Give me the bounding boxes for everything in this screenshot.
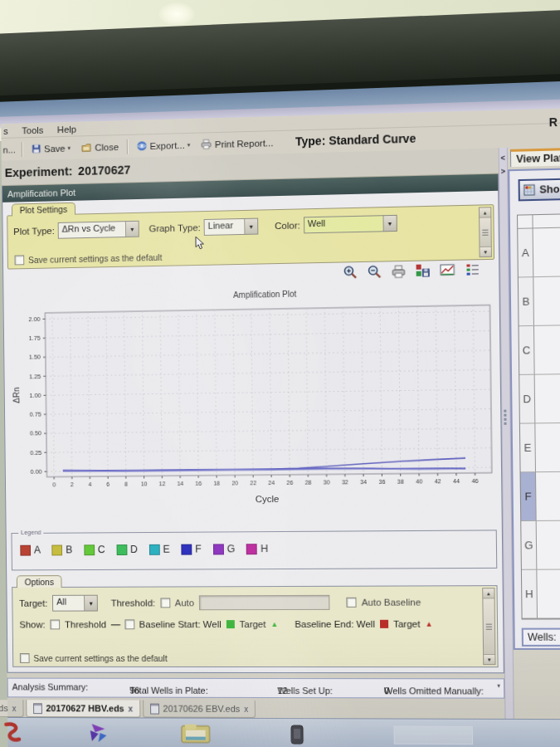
chart-settings-icon[interactable] bbox=[440, 263, 455, 279]
plate-layout-panel: View Plat Sho 1 ABCDEFGH Wells: bbox=[508, 146, 560, 719]
plate-well-cell[interactable] bbox=[533, 276, 560, 325]
collapse-left-arrow[interactable]: < bbox=[499, 154, 507, 162]
svg-text:1.50: 1.50 bbox=[29, 354, 41, 361]
legend-label: D bbox=[130, 544, 138, 555]
scroll-up-icon[interactable]: ▲ bbox=[480, 208, 490, 217]
show-threshold-checkbox[interactable] bbox=[50, 619, 60, 629]
summary-expand-icon[interactable]: ▾ bbox=[497, 682, 500, 689]
document-tab-2[interactable]: 20170626 EBV.edsx bbox=[143, 701, 256, 718]
legend-list-icon[interactable] bbox=[465, 262, 480, 278]
export-dropdown-caret[interactable]: ▾ bbox=[187, 141, 191, 148]
export-icon bbox=[137, 140, 148, 151]
document-tabs: edsx20170627 HBV.edsx20170626 EBV.edsx bbox=[7, 700, 505, 719]
tab-options[interactable]: Options bbox=[17, 575, 62, 588]
close-folder-icon bbox=[81, 142, 93, 152]
scrollbar-thumb[interactable] bbox=[483, 598, 494, 654]
plate-well-cell[interactable] bbox=[534, 325, 560, 374]
chevron-down-icon[interactable]: ▼ bbox=[382, 216, 396, 231]
plate-well-cell[interactable] bbox=[535, 374, 560, 422]
export-button[interactable]: Export... ▾ bbox=[134, 139, 193, 153]
save-dropdown-caret[interactable]: ▾ bbox=[67, 144, 71, 151]
options-save-default-checkbox[interactable] bbox=[20, 653, 30, 663]
photo-stage: sToolsHelp n... Save ▾ Close Export... ▾ bbox=[0, 0, 560, 747]
menu-item-s[interactable]: s bbox=[3, 125, 8, 135]
scroll-down-icon[interactable]: ▼ bbox=[484, 654, 494, 664]
chevron-down-icon[interactable]: ▼ bbox=[244, 219, 257, 234]
taskbar-icon-red[interactable] bbox=[2, 722, 24, 747]
plate-row-header-B[interactable]: B bbox=[519, 277, 534, 325]
print-plot-icon[interactable] bbox=[391, 264, 406, 279]
taskbar-button-empty[interactable] bbox=[394, 726, 474, 745]
threshold-auto-checkbox[interactable] bbox=[160, 598, 170, 608]
target-dropdown[interactable]: All ▼ bbox=[52, 595, 98, 612]
export-plot-icon[interactable] bbox=[416, 263, 431, 278]
baseline-start-checkbox[interactable] bbox=[124, 619, 134, 629]
scrollbar-thumb[interactable] bbox=[480, 217, 491, 247]
plate-well-cell[interactable] bbox=[537, 569, 560, 618]
plate-well-cell[interactable] bbox=[537, 521, 560, 569]
splitter-handle[interactable] bbox=[504, 410, 506, 425]
plate-row-header-A[interactable]: A bbox=[518, 228, 533, 276]
document-tab-0[interactable]: edsx bbox=[0, 700, 23, 717]
svg-text:30: 30 bbox=[324, 479, 330, 485]
legend-item-C: C bbox=[84, 544, 105, 555]
options-group: Options Target: All ▼ Threshold: Auto bbox=[12, 585, 498, 667]
settings-scrollbar[interactable]: ▲ ▼ bbox=[479, 207, 492, 257]
svg-text:10: 10 bbox=[141, 481, 148, 486]
graph-type-dropdown[interactable]: Linear ▼ bbox=[204, 218, 259, 236]
plate-well-cell[interactable] bbox=[535, 423, 560, 471]
plate-row-header-D[interactable]: D bbox=[519, 375, 535, 423]
plate-well-cell[interactable] bbox=[536, 472, 560, 520]
show-in-wells-button[interactable]: Sho bbox=[519, 178, 560, 201]
plate-row-header-H[interactable]: H bbox=[522, 570, 538, 618]
close-button[interactable]: Close bbox=[79, 141, 122, 154]
document-tab-1[interactable]: 20170627 HBV.edsx bbox=[26, 700, 140, 717]
taskbar-icon-folder[interactable] bbox=[180, 723, 212, 747]
close-icon[interactable]: x bbox=[128, 704, 133, 713]
tab-plot-settings[interactable]: Plot Settings bbox=[12, 203, 75, 217]
baseline-start-target-label: Target bbox=[239, 619, 265, 629]
plate-corner-cell[interactable] bbox=[518, 215, 533, 228]
tab-view-plate[interactable]: View Plat bbox=[510, 148, 560, 167]
threshold-input[interactable] bbox=[199, 595, 330, 610]
auto-baseline-checkbox[interactable] bbox=[347, 598, 357, 608]
legend-item-B: B bbox=[52, 544, 73, 555]
taskbar-icon-app[interactable] bbox=[289, 725, 305, 747]
print-report-button[interactable]: Print Report... bbox=[198, 136, 276, 150]
toolbar-right-partial: R bbox=[548, 115, 558, 129]
plot-settings-group: Plot Settings Plot Type: ΔRn vs Cycle ▼ … bbox=[7, 204, 494, 269]
chevron-down-icon[interactable]: ▼ bbox=[125, 222, 139, 237]
collapse-right-arrow[interactable]: > bbox=[499, 167, 507, 175]
plate-well-cell[interactable] bbox=[533, 227, 560, 276]
menu-item-tools[interactable]: Tools bbox=[22, 124, 43, 135]
svg-text:1.75: 1.75 bbox=[29, 334, 41, 342]
save-default-checkbox[interactable] bbox=[15, 255, 25, 265]
zoom-in-icon[interactable] bbox=[343, 265, 358, 280]
plate-row-header-G[interactable]: G bbox=[521, 521, 537, 569]
plate-row-F: F bbox=[521, 472, 560, 521]
plate-column-header[interactable]: 1 bbox=[533, 214, 560, 227]
scroll-down-icon[interactable]: ▼ bbox=[480, 247, 491, 256]
zoom-out-icon[interactable] bbox=[367, 265, 382, 280]
menu-item-help[interactable]: Help bbox=[57, 124, 76, 134]
plate-row-header-C[interactable]: C bbox=[519, 326, 535, 374]
close-icon[interactable]: x bbox=[244, 704, 248, 713]
taskbar-icon-media-player[interactable] bbox=[87, 722, 110, 747]
options-scrollbar[interactable]: ▲ ▼ bbox=[482, 588, 495, 665]
save-default-label: Save current settings as the default bbox=[28, 252, 162, 265]
plate-row-header-F[interactable]: F bbox=[521, 472, 537, 520]
document-tab-label: eds bbox=[0, 703, 8, 713]
wells-label: Wells: bbox=[522, 628, 560, 647]
save-button[interactable]: Save ▾ bbox=[28, 142, 73, 155]
plate-row-header-E[interactable]: E bbox=[520, 423, 536, 471]
legend-items: ABCDEFGH bbox=[12, 530, 496, 555]
wells-omitted-value: 0 bbox=[384, 686, 389, 696]
toolbar-left-partial: n... bbox=[2, 144, 16, 154]
close-icon[interactable]: x bbox=[12, 704, 17, 713]
auto-baseline-label: Auto Baseline bbox=[362, 598, 421, 608]
legend-label: A bbox=[34, 544, 41, 556]
scroll-up-icon[interactable]: ▲ bbox=[483, 588, 494, 598]
color-dropdown[interactable]: Well ▼ bbox=[304, 215, 397, 234]
plot-type-dropdown[interactable]: ΔRn vs Cycle ▼ bbox=[58, 221, 139, 239]
chevron-down-icon[interactable]: ▼ bbox=[84, 596, 97, 611]
